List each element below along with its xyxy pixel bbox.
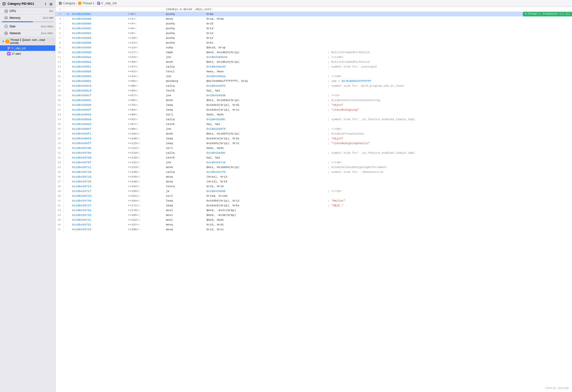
code-row[interactable]: 210x10b4296d8<+76>:leaq0x103e3(%rip), %r… xyxy=(55,103,572,107)
code-row[interactable]: 340x10b429711<+133>:movb$0x1, 0x199d4(%r… xyxy=(55,165,572,170)
code-row[interactable]: 220x10b4296df<+83>:leaq0x103e2(%rip), %r… xyxy=(55,107,572,112)
code-row[interactable]: 390x10b429727<+155>:je0x10b42996b; <+735… xyxy=(55,189,572,193)
comment xyxy=(324,227,572,232)
arrow-indicator xyxy=(64,217,71,222)
code-row[interactable]: 160x10b4296be<+50>:movabsq$0x7e40901ffff… xyxy=(55,79,572,83)
code-row[interactable]: 1libobjc.A.dylib`_objc_init: xyxy=(55,7,572,12)
memory-label: Memory xyxy=(10,16,43,20)
code-row[interactable]: 40x10b429690<+4>:pushq%r15 xyxy=(55,21,572,26)
address: 0x10b429720 xyxy=(71,179,127,184)
address: 0x10b429698 xyxy=(71,40,127,45)
code-row[interactable]: 110x10b4296a4<+24>:jne0x10b4296b2d; <+11… xyxy=(55,55,572,59)
code-row[interactable]: 250x10b4296ed<+97>:testb%al, %al xyxy=(55,122,572,126)
offset: <+4>: xyxy=(127,21,163,26)
code-row[interactable]: 100x10b42969d<+17>:cmpb$0x0, 0x1db22(%ri… xyxy=(55,50,572,55)
code-row[interactable]: 120x10b4296aa<+30>:movb$0x1, 0x1db15(%ri… xyxy=(55,59,572,64)
grid-icon[interactable]: ▦ xyxy=(49,2,53,6)
offset: <+99>: xyxy=(127,126,163,131)
code-row[interactable]: 260x10b4296ef<+99>:jne0x10b4296f8; <+108… xyxy=(55,126,572,131)
offset: <+108>: xyxy=(127,136,163,141)
code-row[interactable]: 60x10b429694<+8>:pushq%r13 xyxy=(55,31,572,36)
code-container[interactable]: 1libobjc.A.dylib`_objc_init:2->0x10b4296… xyxy=(55,7,572,392)
offset: <+1>: xyxy=(127,16,163,21)
thread-child-objc-init[interactable]: 0 _objc_init xyxy=(0,45,55,51)
offset: <+17>: xyxy=(127,50,163,55)
breadcrumb-item-category[interactable]: Category xyxy=(59,2,75,5)
code-row[interactable]: 310x10b429708<+124>:callq0x10b42ed8c; sy… xyxy=(55,150,572,155)
code-row[interactable]: 170x10b4296c8<+60>:callq0x10b42edf2; sym… xyxy=(55,83,572,88)
opcode: movq xyxy=(163,179,204,184)
comment: ; <+140> xyxy=(324,160,572,165)
code-row[interactable]: 420x10b429737<+171>:leaq0x103cb(%rip), %… xyxy=(55,203,572,208)
sidebar-item-memory[interactable]: Memory 39.4 MB xyxy=(0,15,55,21)
code-row[interactable]: 320x10b42970d<+129>:testb%al, %al xyxy=(55,155,572,160)
operand: 0x10b42edf2 xyxy=(204,83,324,88)
offset: <+76>: xyxy=(127,103,163,107)
comment: ; <+798> xyxy=(324,74,572,79)
operand: %al, %al xyxy=(204,155,324,160)
svg-rect-3 xyxy=(5,10,7,12)
address xyxy=(71,7,127,12)
code-row[interactable]: 200x10b4296d1<+69>:movb$0x1, 0x1eb6a(%ri… xyxy=(55,98,572,103)
code-row[interactable]: 70x10b429696<+10>:pushq%r12 xyxy=(55,36,572,40)
code-row[interactable]: 240x10b4296e8<+92>:callq0x10b42ed8c; sym… xyxy=(55,117,572,122)
opcode: movb xyxy=(163,165,204,170)
arrow-indicator xyxy=(64,160,71,165)
code-row[interactable]: 300x10b429706<+122>:xorl%edx, %edx xyxy=(55,146,572,150)
operand: %edx, %edx xyxy=(204,146,324,150)
comment xyxy=(324,40,572,45)
code-row[interactable]: 230x10b4296e6<+90>:xorl%edx, %edx xyxy=(55,112,572,117)
code-row[interactable]: 290x10b4296ff<+115>:leaq0x103d1(%rip), %… xyxy=(55,141,572,146)
breadcrumb-item-func[interactable]: 0 _objc_init xyxy=(97,2,117,5)
thread-header[interactable]: ▼ T Thread 1 Queue: com...read (serial) xyxy=(0,37,55,45)
operand: %al, %al xyxy=(204,88,324,93)
info-icon[interactable]: ℹ xyxy=(43,2,48,6)
code-row[interactable]: 140x10b4296b6<+42>:testl%eax, %eax xyxy=(55,69,572,74)
line-number: 11 xyxy=(55,55,64,59)
comment: ; "objc4" xyxy=(324,136,572,141)
code-row[interactable]: 80x10b429698<+12>:pushq%rbx xyxy=(55,40,572,45)
code-row[interactable]: 2->0x10b42968c<+0>:pushq%rbp≡Thread 1: b… xyxy=(55,12,572,16)
comment xyxy=(324,112,572,117)
code-row[interactable]: 370x10b429720<+148>:movq(%r13), %r15 xyxy=(55,179,572,184)
code-row[interactable]: 430x10b42973e<+178>:movl$0x0, -0x2c(%rbp… xyxy=(55,208,572,213)
code-row[interactable]: 270x10b4296f1<+101>:movb$0x1, 0x199f3(%r… xyxy=(55,131,572,136)
line-number: 4 xyxy=(55,21,64,26)
comment: ≡Thread 1: breakpoint 1.1 (1) xyxy=(324,12,572,16)
code-row[interactable]: 50x10b429692<+6>:pushq%r14 xyxy=(55,26,572,31)
code-row[interactable]: 330x10b42970f<+131>:jne0x10b429718; <+14… xyxy=(55,160,572,165)
code-row[interactable]: 190x10b4296cf<+67>:jne0x10b4296d8; <+76> xyxy=(55,93,572,98)
code-row[interactable]: 460x10b429751<+197>:movq%r15, %rdi xyxy=(55,222,572,227)
thread-child-start[interactable]: 17 start xyxy=(0,51,55,56)
code-row[interactable]: 470x10b429754<+200>:movq%r12, %rsi xyxy=(55,227,572,232)
code-row[interactable]: 280x10b4296f8<+108>:leaq0x103c3(%rip), %… xyxy=(55,136,572,141)
code-row[interactable]: 350x10b429718<+140>:callq0x10b42ecf6; sy… xyxy=(55,170,572,174)
breadcrumb-item-thread[interactable]: T Thread 1 xyxy=(78,2,94,5)
sidebar-item-cpu[interactable]: CPU 0% xyxy=(0,8,55,15)
offset: <+148>: xyxy=(127,179,163,184)
address: 0x10b42968c xyxy=(71,12,127,16)
line-number: 16 xyxy=(55,79,64,83)
offset: <+164>: xyxy=(127,198,163,203)
code-row[interactable]: 90x10b429699<+13>:subq$0x18, %rsp xyxy=(55,45,572,50)
code-row[interactable]: 450x10b42974c<+192>:movl$0x6, %edx xyxy=(55,217,572,222)
offset: <+192>: xyxy=(127,217,163,222)
opcode: jne xyxy=(163,126,204,131)
code-row[interactable]: 180x10b4296cd<+65>:testb%al, %al xyxy=(55,88,572,93)
code-row[interactable]: 410x10b429730<+164>:leaq0x103b5(%rip), %… xyxy=(55,198,572,203)
code-row[interactable]: 360x10b42971d<+145>:movq(%rax), %r13 xyxy=(55,174,572,179)
offset: <+115>: xyxy=(127,141,163,146)
code-row[interactable]: 130x10b4296b1<+37>:callq0x10b42ee34; sym… xyxy=(55,64,572,69)
address: 0x10b4296e6 xyxy=(71,112,127,117)
opcode: testq xyxy=(163,184,204,189)
sidebar-item-disk[interactable]: Disk Zero KB/s xyxy=(0,23,55,30)
code-row[interactable]: 380x10b429724<+152>:testq%r15, %r15 xyxy=(55,184,572,189)
line-number: 33 xyxy=(55,160,64,165)
line-number: 31 xyxy=(55,150,64,155)
offset: <+101>: xyxy=(127,131,163,136)
sidebar-item-network[interactable]: Network Zero KB/s xyxy=(0,30,55,37)
code-row[interactable]: 440x10b429745<+185>:movl$0x0, -0x30(%rbp… xyxy=(55,213,572,217)
code-row[interactable]: 400x10b42972d<+161>:xorl%r14d, %r14d xyxy=(55,193,572,198)
code-row[interactable]: 30x10b42968d<+1>:movq%rsp, %rbp xyxy=(55,16,572,21)
code-row[interactable]: 150x10b4296b8<+44>:jne0x10b4299aa; <+798… xyxy=(55,74,572,79)
